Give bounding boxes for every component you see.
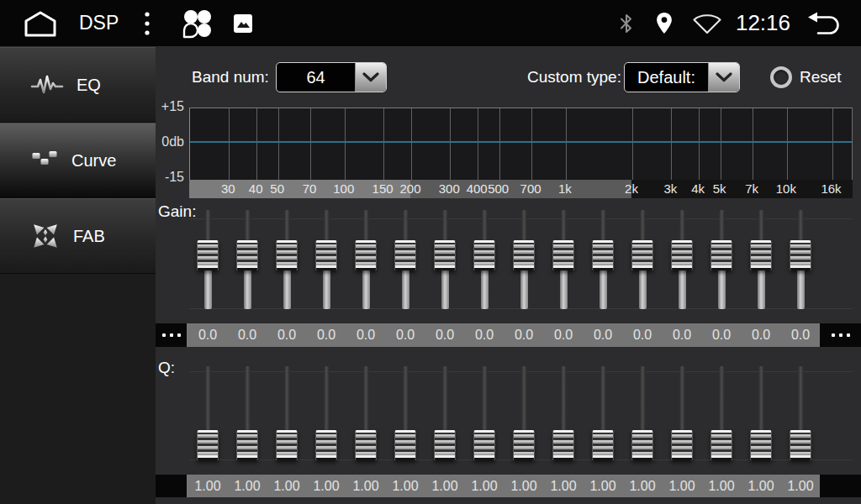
q-section-label: Q: [158,359,175,377]
eq-curve-line [190,141,852,143]
sidebar-item-label: Curve [71,151,116,171]
sidebar: EQ Curve [0,47,156,504]
reset-radio[interactable] [770,66,792,88]
band-slider[interactable] [473,366,495,460]
slider-thumb[interactable] [552,240,574,270]
slider-thumb[interactable] [552,430,574,460]
band-slider[interactable] [276,210,298,309]
slider-thumb[interactable] [236,430,258,460]
band-value: 1.00 [273,475,299,497]
slider-thumb[interactable] [513,240,535,270]
band-slider[interactable] [394,366,416,460]
slider-thumb[interactable] [710,430,732,460]
slider-thumb[interactable] [473,430,495,460]
more-dots-icon [832,333,850,337]
slider-fill [362,267,370,309]
band-slider[interactable] [236,366,258,460]
band-slider[interactable] [750,366,772,460]
band-value: 0.0 [357,323,375,347]
sidebar-item-eq[interactable]: EQ [0,47,156,123]
apps-clover-icon[interactable] [182,8,213,39]
slider-thumb[interactable] [790,430,811,460]
slider-fill [639,267,647,309]
band-slider[interactable] [355,366,377,460]
band-slider[interactable] [434,210,456,309]
band-slider[interactable] [315,366,337,460]
band-slider[interactable] [671,366,693,460]
slider-thumb[interactable] [671,240,693,270]
slider-thumb[interactable] [197,430,219,460]
slider-thumb[interactable] [394,240,416,270]
band-slider[interactable] [236,210,258,309]
band-slider[interactable] [671,210,693,309]
band-slider[interactable] [276,366,298,460]
band-slider[interactable] [710,366,732,460]
wifi-icon[interactable] [692,12,722,34]
slider-thumb[interactable] [631,430,653,460]
slider-thumb[interactable] [355,430,377,460]
gain-scroll-left-button[interactable] [156,323,187,347]
band-slider[interactable] [790,210,811,309]
custom-type-dropdown[interactable]: Default: [624,62,740,92]
slider-thumb[interactable] [197,240,219,270]
slider-thumb[interactable] [592,430,614,460]
band-slider[interactable] [631,366,653,460]
slider-thumb[interactable] [592,240,614,270]
kebab-menu-icon[interactable] [144,11,151,36]
q-slider-row [189,366,853,460]
slider-thumb[interactable] [710,240,732,270]
slider-thumb[interactable] [671,430,693,460]
slider-thumb[interactable] [750,240,772,270]
band-value: 1.00 [471,475,497,497]
band-slider[interactable] [790,366,811,460]
freq-tick-label: 300 [439,181,460,196]
slider-thumb[interactable] [276,430,298,460]
band-slider[interactable] [513,366,535,460]
band-slider[interactable] [394,210,416,309]
slider-thumb[interactable] [276,240,298,270]
gallery-icon[interactable] [233,13,253,34]
slider-thumb[interactable] [394,430,416,460]
gridline [531,108,532,180]
eq-plot[interactable] [189,108,853,180]
slider-thumb[interactable] [750,430,772,460]
slider-thumb[interactable] [434,430,456,460]
slider-thumb[interactable] [236,240,258,270]
band-slider[interactable] [315,210,337,309]
location-icon[interactable] [655,12,673,34]
band-slider[interactable] [631,210,653,309]
curve-faders-icon [30,145,59,176]
band-slider[interactable] [355,210,377,309]
band-slider[interactable] [473,210,495,309]
band-slider[interactable] [552,366,574,460]
home-icon[interactable] [22,9,59,38]
sidebar-item-curve[interactable]: Curve [0,123,156,198]
slider-thumb[interactable] [355,240,377,270]
slider-thumb[interactable] [434,240,456,270]
db-axis-label-min: -15 [156,169,184,186]
chevron-down-icon[interactable] [355,63,386,92]
band-slider[interactable] [552,210,574,309]
band-value: 1.00 [708,475,734,497]
band-slider[interactable] [513,210,535,309]
slider-fill [758,267,765,309]
band-slider[interactable] [592,366,614,460]
back-icon[interactable] [806,11,843,36]
sidebar-item-fab[interactable]: FAB [0,198,156,274]
slider-thumb[interactable] [631,240,653,270]
band-slider[interactable] [750,210,772,309]
band-slider[interactable] [710,210,732,309]
band-slider[interactable] [197,210,219,309]
slider-thumb[interactable] [513,430,535,460]
slider-thumb[interactable] [315,430,337,460]
slider-thumb[interactable] [790,240,811,270]
band-slider[interactable] [434,366,456,460]
band-slider[interactable] [592,210,614,309]
slider-thumb[interactable] [473,240,495,270]
slider-thumb[interactable] [315,240,337,270]
band-num-dropdown[interactable]: 64 [276,62,387,92]
chevron-down-icon[interactable] [708,63,739,92]
bluetooth-icon[interactable] [618,13,635,34]
band-slider[interactable] [197,366,219,460]
gain-scroll-right-button[interactable] [820,323,861,347]
